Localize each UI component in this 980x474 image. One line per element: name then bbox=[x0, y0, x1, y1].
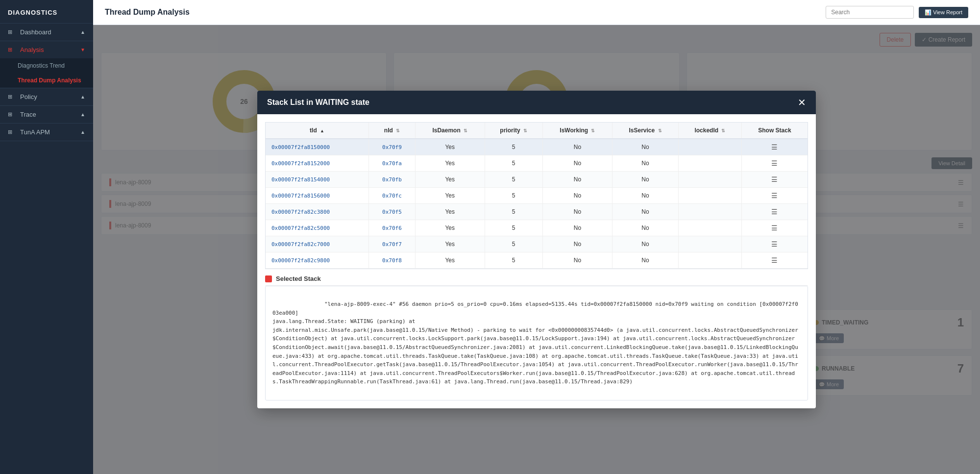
table-row[interactable]: 0x00007f2fa8150000 0x70f9 Yes 5 No No ☰ bbox=[266, 139, 808, 155]
table-row[interactable]: 0x00007f2fa82c9800 0x70f8 Yes 5 No No ☰ bbox=[266, 252, 808, 269]
cell-showstack[interactable]: ☰ bbox=[741, 252, 808, 269]
cell-isservice: No bbox=[612, 172, 679, 188]
stack-list-table-container[interactable]: tId ▲ nId ⇅ IsDaemon ⇅ bbox=[265, 122, 808, 269]
dashboard-arrow: ▲ bbox=[80, 29, 85, 35]
show-stack-icon[interactable]: ☰ bbox=[771, 224, 778, 232]
cell-isservice: No bbox=[612, 204, 679, 220]
sidebar-item-tuna-apm[interactable]: ⊞ TunA APM ▲ bbox=[0, 124, 93, 141]
cell-showstack[interactable]: ☰ bbox=[741, 155, 808, 172]
sidebar-label-tuna: TunA APM bbox=[20, 128, 50, 136]
nid-sort-icon: ⇅ bbox=[396, 128, 400, 133]
analysis-icon: ⊞ bbox=[8, 47, 12, 53]
cell-showstack[interactable]: ☰ bbox=[741, 236, 808, 252]
page-header: Thread Dump Analysis 📊 View Report bbox=[93, 0, 980, 25]
col-tid: tId ▲ bbox=[266, 123, 369, 139]
isservice-sort-icon: ⇅ bbox=[658, 128, 662, 133]
sidebar-item-dashboard[interactable]: ⊞ Dashboard ▲ bbox=[0, 24, 93, 41]
cell-showstack[interactable]: ☰ bbox=[741, 220, 808, 236]
policy-arrow: ▲ bbox=[80, 94, 85, 100]
table-row[interactable]: 0x00007f2fa8152000 0x70fa Yes 5 No No ☰ bbox=[266, 155, 808, 172]
search-input[interactable] bbox=[826, 6, 914, 19]
show-stack-icon[interactable]: ☰ bbox=[771, 192, 778, 200]
table-row[interactable]: 0x00007f2fa8156000 0x70fc Yes 5 No No ☰ bbox=[266, 188, 808, 204]
show-stack-icon[interactable]: ☰ bbox=[771, 143, 778, 151]
cell-isservice: No bbox=[612, 155, 679, 172]
cell-isdaemon: Yes bbox=[415, 139, 485, 155]
table-row[interactable]: 0x00007f2fa82c3800 0x70f5 Yes 5 No No ☰ bbox=[266, 204, 808, 220]
cell-showstack[interactable]: ☰ bbox=[741, 204, 808, 220]
cell-isdaemon: Yes bbox=[415, 220, 485, 236]
table-row[interactable]: 0x00007f2fa82c7000 0x70f7 Yes 5 No No ☰ bbox=[266, 236, 808, 252]
cell-showstack[interactable]: ☰ bbox=[741, 172, 808, 188]
cell-isworking: No bbox=[542, 139, 612, 155]
col-nid: nId ⇅ bbox=[369, 123, 416, 139]
dashboard-icon: ⊞ bbox=[8, 29, 12, 35]
show-stack-icon[interactable]: ☰ bbox=[771, 159, 778, 167]
sidebar-title: DIAGNOSTICS bbox=[0, 0, 93, 24]
col-isworking: IsWorking ⇅ bbox=[542, 123, 612, 139]
cell-isworking: No bbox=[542, 204, 612, 220]
cell-nid: 0x70f7 bbox=[369, 236, 416, 252]
modal-overlay[interactable]: Stack List in WAITING state ✕ tId bbox=[93, 25, 980, 474]
main-content: Thread Dump Analysis 📊 View Report Delet… bbox=[93, 0, 980, 474]
cell-lockedid bbox=[678, 188, 741, 204]
cell-isdaemon: Yes bbox=[415, 236, 485, 252]
cell-isservice: No bbox=[612, 252, 679, 269]
col-isservice: IsService ⇅ bbox=[612, 123, 679, 139]
cell-tid: 0x00007f2fa8156000 bbox=[266, 188, 369, 204]
cell-tid: 0x00007f2fa82c5000 bbox=[266, 220, 369, 236]
cell-isworking: No bbox=[542, 155, 612, 172]
cell-lockedid bbox=[678, 204, 741, 220]
sidebar-label-policy: Policy bbox=[20, 93, 37, 100]
table-row[interactable]: 0x00007f2fa8154000 0x70fb Yes 5 No No ☰ bbox=[266, 172, 808, 188]
show-stack-icon[interactable]: ☰ bbox=[771, 175, 778, 183]
sidebar-label-trace: Trace bbox=[20, 111, 36, 118]
sidebar-item-trace[interactable]: ⊞ Trace ▲ bbox=[0, 106, 93, 123]
cell-lockedid bbox=[678, 236, 741, 252]
cell-isservice: No bbox=[612, 220, 679, 236]
show-stack-icon[interactable]: ☰ bbox=[771, 240, 778, 248]
selected-stack-title: Selected Stack bbox=[276, 275, 321, 282]
modal-body: tId ▲ nId ⇅ IsDaemon ⇅ bbox=[257, 114, 816, 408]
sidebar-section-trace: ⊞ Trace ▲ bbox=[0, 106, 93, 124]
cell-nid: 0x70fa bbox=[369, 155, 416, 172]
cell-isservice: No bbox=[612, 236, 679, 252]
sidebar-section-policy: ⊞ Policy ▲ bbox=[0, 88, 93, 106]
show-stack-icon[interactable]: ☰ bbox=[771, 208, 778, 216]
lockedid-sort-icon: ⇅ bbox=[721, 128, 725, 133]
cell-isworking: No bbox=[542, 172, 612, 188]
cell-nid: 0x70f5 bbox=[369, 204, 416, 220]
sidebar-item-analysis[interactable]: ⊞ Analysis ▼ bbox=[0, 41, 93, 58]
sidebar-label-dashboard: Dashboard bbox=[20, 28, 51, 36]
col-isdaemon: IsDaemon ⇅ bbox=[415, 123, 485, 139]
stack-trace-text: "lena-ajp-8009-exec-4" #56 daemon prio=5… bbox=[272, 301, 798, 385]
cell-tid: 0x00007f2fa8152000 bbox=[266, 155, 369, 172]
table-row[interactable]: 0x00007f2fa82c5000 0x70f6 Yes 5 No No ☰ bbox=[266, 220, 808, 236]
sidebar-item-diagnostics-trend[interactable]: Diagnostics Trend bbox=[0, 58, 93, 73]
sidebar-sub-analysis: Diagnostics Trend Thread Dump Analysis bbox=[0, 58, 93, 88]
policy-icon: ⊞ bbox=[8, 94, 12, 100]
app-container: DIAGNOSTICS ⊞ Dashboard ▲ ⊞ Analysis ▼ bbox=[0, 0, 980, 474]
cell-isservice: No bbox=[612, 188, 679, 204]
cell-isdaemon: Yes bbox=[415, 172, 485, 188]
stack-trace-content[interactable]: "lena-ajp-8009-exec-4" #56 daemon prio=5… bbox=[265, 286, 808, 400]
cell-priority: 5 bbox=[485, 236, 542, 252]
modal-dialog: Stack List in WAITING state ✕ tId bbox=[257, 91, 816, 408]
cell-showstack[interactable]: ☰ bbox=[741, 188, 808, 204]
cell-isdaemon: Yes bbox=[415, 252, 485, 269]
cell-showstack[interactable]: ☰ bbox=[741, 139, 808, 155]
isworking-sort-icon: ⇅ bbox=[591, 128, 595, 133]
tid-sort-icon: ▲ bbox=[320, 128, 324, 133]
view-report-button[interactable]: 📊 View Report bbox=[919, 7, 968, 18]
sidebar-item-policy[interactable]: ⊞ Policy ▲ bbox=[0, 88, 93, 105]
cell-isworking: No bbox=[542, 188, 612, 204]
header-actions: 📊 View Report bbox=[826, 6, 968, 19]
sidebar-item-thread-dump-analysis[interactable]: Thread Dump Analysis bbox=[0, 73, 93, 88]
modal-close-button[interactable]: ✕ bbox=[798, 98, 806, 107]
selected-stack-header: Selected Stack bbox=[265, 275, 808, 286]
cell-priority: 5 bbox=[485, 139, 542, 155]
modal-title: Stack List in WAITING state bbox=[267, 98, 369, 107]
cell-priority: 5 bbox=[485, 155, 542, 172]
show-stack-icon[interactable]: ☰ bbox=[771, 256, 778, 264]
page-title: Thread Dump Analysis bbox=[105, 8, 190, 17]
